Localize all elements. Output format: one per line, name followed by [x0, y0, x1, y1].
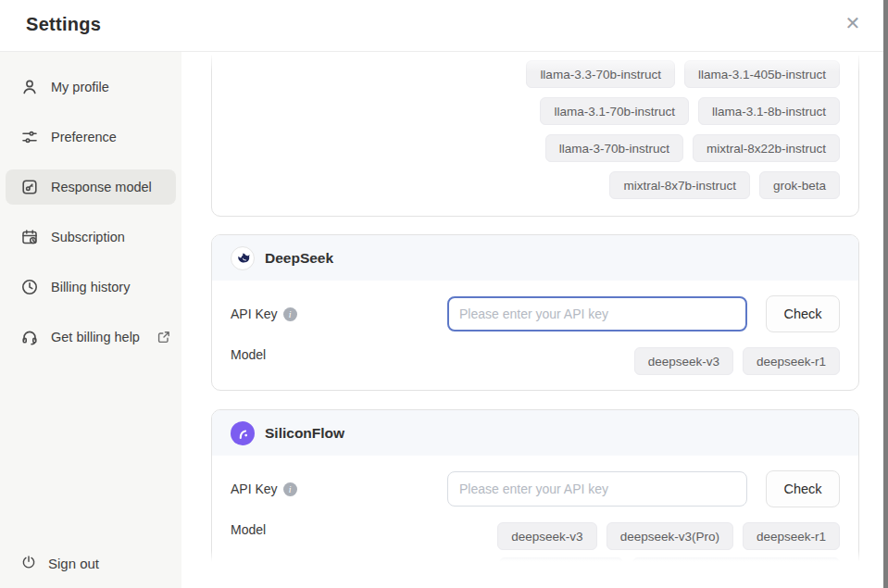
sidebar-item-my-profile[interactable]: My profile — [6, 69, 176, 105]
model-chip[interactable]: llama-3.1-8b-instruct — [698, 97, 840, 125]
sign-out-label: Sign out — [48, 556, 99, 571]
sidebar-item-subscription[interactable]: Subscription — [6, 219, 176, 255]
model-chip[interactable]: deepseek-v3 — [634, 347, 733, 375]
settings-main: llama-3.3-70b-instruct llama-3.1-405b-in… — [181, 52, 888, 588]
info-icon[interactable]: i — [283, 307, 297, 321]
provider-card-siliconflow: SiliconFlow API Key i Check — [211, 409, 859, 563]
settings-modal: Settings ✕ My profile Pref — [0, 0, 888, 588]
model-chip[interactable]: llama-3-70b-instruct — [545, 134, 683, 162]
sidebar-item-preference[interactable]: Preference — [6, 119, 176, 155]
api-key-label: API Key — [231, 307, 278, 321]
provider-header: SiliconFlow — [212, 410, 858, 456]
page-title: Settings — [26, 14, 101, 35]
close-icon[interactable]: ✕ — [842, 12, 864, 34]
sign-out-button[interactable]: Sign out — [20, 554, 99, 573]
settings-scroll-area[interactable]: llama-3.3-70b-instruct llama-3.1-405b-in… — [211, 56, 859, 563]
calendar-clock-icon — [20, 228, 39, 246]
model-chip[interactable]: llama-3.1-70b-instruct — [540, 97, 689, 125]
model-chip-clipped[interactable] — [632, 557, 840, 563]
power-icon — [20, 554, 37, 573]
sidebar-item-label: My profile — [51, 80, 109, 94]
page-scrollbar-thumb[interactable] — [883, 0, 888, 588]
api-key-input[interactable] — [447, 471, 747, 507]
provider-header: DeepSeek — [212, 235, 858, 281]
siliconflow-logo-icon — [231, 421, 255, 445]
modal-header: Settings ✕ — [0, 0, 888, 52]
model-chip[interactable]: deepseek-v3(Pro) — [607, 522, 733, 550]
clock-icon — [20, 278, 39, 296]
deepseek-logo-icon — [231, 246, 255, 270]
headset-icon — [20, 328, 39, 346]
sidebar-item-label: Response model — [51, 180, 152, 194]
model-chip[interactable]: grok-beta — [759, 171, 840, 199]
api-key-input[interactable] — [447, 296, 747, 332]
info-icon[interactable]: i — [283, 482, 297, 496]
sidebar-item-label: Subscription — [51, 230, 125, 244]
model-chip[interactable]: deepseek-v3 — [497, 522, 596, 550]
provider-name: SiliconFlow — [265, 425, 344, 442]
sidebar-item-get-billing-help[interactable]: Get billing help — [6, 319, 176, 355]
provider-card-partial: llama-3.3-70b-instruct llama-3.1-405b-in… — [211, 56, 859, 217]
model-label: Model — [231, 347, 266, 362]
model-chip-clipped[interactable] — [499, 557, 623, 563]
model-chip[interactable]: llama-3.1-405b-instruct — [684, 60, 840, 88]
api-key-label: API Key — [231, 482, 278, 496]
check-button[interactable]: Check — [766, 295, 840, 332]
model-chip[interactable]: mixtral-8x22b-instruct — [693, 134, 840, 162]
model-label: Model — [231, 522, 266, 537]
user-icon — [20, 78, 39, 96]
model-chip[interactable]: mixtral-8x7b-instruct — [609, 171, 750, 199]
key-square-icon — [20, 178, 39, 196]
model-chip[interactable]: deepseek-r1 — [743, 347, 840, 375]
settings-sidebar: My profile Preference — [0, 52, 181, 588]
sidebar-item-label: Billing history — [51, 280, 130, 294]
model-chip[interactable]: llama-3.3-70b-instruct — [526, 60, 675, 88]
sidebar-item-label: Get billing help — [51, 330, 140, 344]
check-button[interactable]: Check — [766, 470, 840, 507]
external-link-icon — [157, 331, 170, 344]
sidebar-item-response-model[interactable]: Response model — [6, 169, 176, 205]
sliders-icon — [20, 128, 39, 146]
provider-name: DeepSeek — [265, 250, 333, 267]
model-chip[interactable]: deepseek-r1 — [743, 522, 840, 550]
sidebar-item-label: Preference — [51, 130, 117, 144]
sidebar-item-billing-history[interactable]: Billing history — [6, 269, 176, 305]
provider-card-deepseek: DeepSeek API Key i Check — [211, 234, 859, 391]
